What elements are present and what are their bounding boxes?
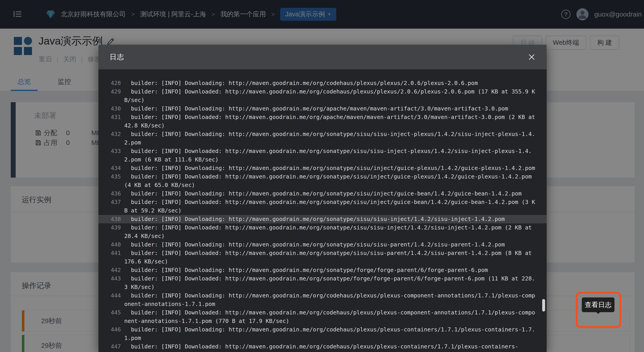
log-line[interactable]: 438builder: [INFO] Downloading: http://m… xyxy=(98,215,547,223)
log-line-text: builder: [INFO] Downloaded: http://maven… xyxy=(124,87,536,104)
modal-header: 日志 xyxy=(98,45,547,69)
log-line-text: builder: [INFO] Downloaded: http://maven… xyxy=(124,198,536,215)
log-line[interactable]: 436builder: [INFO] Downloading: http://m… xyxy=(98,189,547,198)
log-line-text: builder: [INFO] Downloaded: http://maven… xyxy=(124,249,536,266)
view-log-icon[interactable] xyxy=(595,317,604,326)
log-line-number: 439 xyxy=(111,223,121,240)
log-line[interactable]: 441builder: [INFO] Downloaded: http://ma… xyxy=(98,249,547,266)
log-line-text: builder: [INFO] Downloading: http://mave… xyxy=(124,325,536,343)
log-line-text: builder: [INFO] Downloading: http://mave… xyxy=(124,266,536,274)
log-line-text: builder: [INFO] Downloaded: http://maven… xyxy=(124,308,536,325)
log-line[interactable]: 440builder: [INFO] Downloading: http://m… xyxy=(98,240,547,249)
log-line-number: 437 xyxy=(111,198,121,215)
log-line-number: 432 xyxy=(111,130,121,147)
log-line-text: builder: [INFO] Downloading: http://mave… xyxy=(124,104,536,113)
log-line-text: builder: [INFO] Downloaded: http://maven… xyxy=(124,223,536,240)
log-line[interactable]: 445builder: [INFO] Downloaded: http://ma… xyxy=(98,308,547,325)
log-line[interactable]: 428builder: [INFO] Downloading: http://m… xyxy=(98,79,547,87)
log-line[interactable]: 431builder: [INFO] Downloaded: http://ma… xyxy=(98,113,547,130)
log-line-number: 444 xyxy=(111,291,121,308)
log-line-number: 435 xyxy=(111,172,121,189)
log-line-number: 440 xyxy=(111,240,121,249)
log-line[interactable]: 443builder: [INFO] Downloaded: http://ma… xyxy=(98,274,547,291)
close-icon[interactable] xyxy=(528,53,536,61)
log-line-number: 441 xyxy=(111,249,121,266)
log-line[interactable]: 432builder: [INFO] Downloading: http://m… xyxy=(98,130,547,147)
log-line[interactable]: 447builder: [INFO] Downloaded: http://ma… xyxy=(98,343,547,351)
log-line-text: builder: [INFO] Downloading: http://mave… xyxy=(124,130,536,147)
log-line-text: builder: [INFO] Downloaded: http://maven… xyxy=(124,274,536,291)
log-line-text: builder: [INFO] Downloading: http://mave… xyxy=(124,79,536,87)
log-line-number: 442 xyxy=(111,266,121,274)
log-line-number: 445 xyxy=(111,308,121,325)
log-line-number: 431 xyxy=(111,113,121,130)
log-line[interactable]: 434builder: [INFO] Downloading: http://m… xyxy=(98,164,547,172)
scrollbar-thumb[interactable] xyxy=(542,299,545,312)
screen: 北京好雨科技有限公司>测试环境 | 阿里云-上海>我的第一个应用 > Java演… xyxy=(0,0,644,352)
log-line-number: 434 xyxy=(111,164,121,172)
log-line-text: builder: [INFO] Downloaded: http://maven… xyxy=(124,147,536,164)
log-line-number: 447 xyxy=(111,343,121,351)
log-line-number: 446 xyxy=(111,325,121,343)
log-line[interactable]: 429builder: [INFO] Downloaded: http://ma… xyxy=(98,87,547,104)
log-line-text: builder: [INFO] Downloading: http://mave… xyxy=(124,291,536,308)
log-line[interactable]: 446builder: [INFO] Downloading: http://m… xyxy=(98,325,547,343)
log-modal: 日志 428builder: [INFO] Downloading: http:… xyxy=(98,45,547,352)
log-line-text: builder: [INFO] Downloading: http://mave… xyxy=(124,189,536,198)
modal-title: 日志 xyxy=(110,52,124,62)
log-line[interactable]: 435builder: [INFO] Downloaded: http://ma… xyxy=(98,172,547,189)
log-line-number: 443 xyxy=(111,274,121,291)
log-line-text: builder: [INFO] Downloading: http://mave… xyxy=(124,215,536,223)
log-line-text: builder: [INFO] Downloading: http://mave… xyxy=(124,164,536,172)
log-line[interactable]: 437builder: [INFO] Downloaded: http://ma… xyxy=(98,198,547,215)
log-line-number: 438 xyxy=(111,215,121,223)
log-line-text: builder: [INFO] Downloaded: http://maven… xyxy=(124,343,536,351)
log-line-number: 428 xyxy=(111,79,121,87)
log-line[interactable]: 444builder: [INFO] Downloading: http://m… xyxy=(98,291,547,308)
log-line-number: 430 xyxy=(111,104,121,113)
log-line[interactable]: 430builder: [INFO] Downloading: http://m… xyxy=(98,104,547,113)
log-line-text: builder: [INFO] Downloaded: http://maven… xyxy=(124,113,536,130)
log-line[interactable]: 442builder: [INFO] Downloading: http://m… xyxy=(98,266,547,274)
log-line-text: builder: [INFO] Downloaded: http://maven… xyxy=(124,172,536,189)
log-line-number: 433 xyxy=(111,147,121,164)
log-line-number: 436 xyxy=(111,189,121,198)
log-line[interactable]: 439builder: [INFO] Downloaded: http://ma… xyxy=(98,223,547,240)
log-viewer[interactable]: 428builder: [INFO] Downloading: http://m… xyxy=(98,69,547,352)
log-line[interactable]: 433builder: [INFO] Downloaded: http://ma… xyxy=(98,147,547,164)
log-line-number: 429 xyxy=(111,87,121,104)
log-line-text: builder: [INFO] Downloading: http://mave… xyxy=(124,240,536,249)
